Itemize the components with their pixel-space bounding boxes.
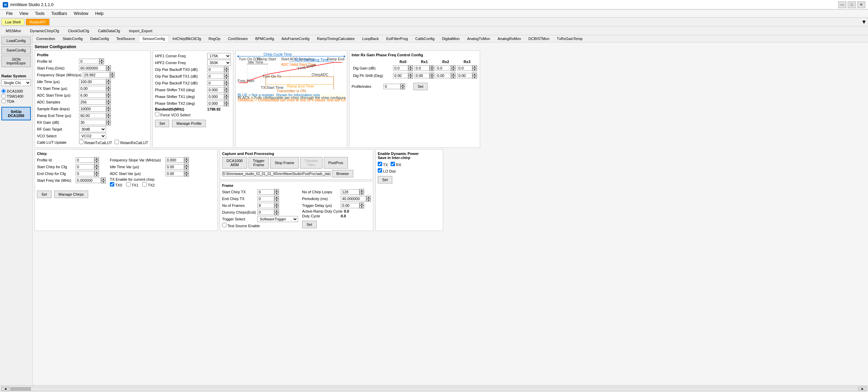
periodicity-up[interactable]: ▲ xyxy=(366,196,371,199)
idle-time-spin-down[interactable]: ▼ xyxy=(106,82,111,85)
tx2-checkbox[interactable] xyxy=(142,182,147,187)
end-chirp-tx-up[interactable]: ▲ xyxy=(274,196,279,199)
tab-advframeconfig[interactable]: AdvFrameConfig xyxy=(278,35,313,42)
end-chirp-cfg-down[interactable]: ▼ xyxy=(94,174,99,177)
start-freq-var-down[interactable]: ▼ xyxy=(101,180,106,183)
tx-start-time-input[interactable] xyxy=(79,86,106,91)
opwr-tx0-spin-up[interactable]: ▲ xyxy=(224,66,229,70)
dig-ph-rx1-up[interactable]: ▲ xyxy=(430,73,434,76)
profile-index-input[interactable] xyxy=(383,84,400,89)
hpf1-select[interactable]: 175K xyxy=(207,53,231,59)
adc-start-time-input[interactable] xyxy=(79,93,106,98)
tab-analogrxmon[interactable]: AnalogRxMon xyxy=(494,35,525,42)
force-vco-checkbox[interactable] xyxy=(155,112,159,116)
no-of-frames-input[interactable] xyxy=(257,203,274,208)
opwr-tx1-spin-up[interactable]: ▲ xyxy=(224,73,229,76)
idle-time-var-input[interactable] xyxy=(165,164,184,170)
sample-rate-spin-down[interactable]: ▼ xyxy=(106,109,111,112)
opwr-tx1-input[interactable] xyxy=(207,74,224,79)
dig-ph-rx1-input[interactable] xyxy=(414,73,430,78)
vco-select[interactable]: VCO2 xyxy=(79,133,106,139)
periodicity-input[interactable] xyxy=(341,196,366,201)
dig-ph-rx2-down[interactable]: ▼ xyxy=(451,76,456,79)
start-freq-spin-down[interactable]: ▼ xyxy=(106,68,111,71)
start-chirp-tx-down[interactable]: ▼ xyxy=(274,192,279,195)
start-chirp-cfg-up[interactable]: ▲ xyxy=(94,164,99,167)
browse-button[interactable]: Browse xyxy=(332,170,353,177)
menu-item-help[interactable]: Help xyxy=(92,11,107,17)
phase-tx1-input[interactable] xyxy=(207,94,224,99)
chirp-loops-down[interactable]: ▼ xyxy=(359,192,364,195)
tab-ramptiming[interactable]: RampTimingCalculator xyxy=(313,35,358,42)
tab-testsource[interactable]: TestSource xyxy=(113,35,139,42)
dig-gain-rx2-up[interactable]: ▲ xyxy=(451,65,456,68)
dig-gain-rx1-input[interactable] xyxy=(414,65,430,71)
close-button[interactable]: ✕ xyxy=(857,1,865,8)
end-chirp-cfg-input[interactable] xyxy=(76,171,94,176)
menu-item-tools[interactable]: Tools xyxy=(32,11,48,17)
opwr-tx2-input[interactable] xyxy=(207,80,224,86)
freq-slope-var-down[interactable]: ▼ xyxy=(184,160,189,163)
opwr-tx0-input[interactable] xyxy=(207,67,224,72)
tab-dcbistmon[interactable]: DCBISTMon xyxy=(525,35,553,42)
tab-txrxgaintemp[interactable]: TxRxGainTemp xyxy=(553,35,586,42)
dig-gain-rx1-down[interactable]: ▼ xyxy=(430,68,434,71)
frame-set-button[interactable]: Set xyxy=(302,221,317,228)
freq-slope-var-up[interactable]: ▲ xyxy=(184,157,189,160)
dummy-chirps-down[interactable]: ▼ xyxy=(274,212,279,215)
dummy-chirps-input[interactable] xyxy=(257,210,274,215)
dig-ph-rx3-down[interactable]: ▼ xyxy=(472,76,477,79)
menu-item-file[interactable]: File xyxy=(3,11,16,17)
retain-tx-cal-lut-checkbox[interactable] xyxy=(79,140,83,144)
phase-tx0-input[interactable] xyxy=(207,87,224,93)
tab-bpmconfig[interactable]: BPMConfig xyxy=(252,35,278,42)
radar-system-select[interactable]: Single Chi Multi Chip xyxy=(1,79,31,86)
freq-slope-spin-up[interactable]: ▲ xyxy=(110,72,115,75)
retain-rx-cal-lut-checkbox[interactable] xyxy=(115,140,119,144)
opwr-tx2-spin-down[interactable]: ▼ xyxy=(224,83,229,86)
rf-gain-target-select[interactable]: 30dB xyxy=(79,126,106,132)
start-freq-var-up[interactable]: ▲ xyxy=(101,177,106,180)
adc-start-var-input[interactable] xyxy=(165,171,184,176)
start-chirp-cfg-down[interactable]: ▼ xyxy=(94,167,99,170)
start-freq-input[interactable] xyxy=(79,65,106,71)
opwr-tx0-spin-down[interactable]: ▼ xyxy=(224,70,229,73)
adc-samples-spin-up[interactable]: ▲ xyxy=(106,99,111,102)
dig-gain-rx1-up[interactable]: ▲ xyxy=(430,65,434,68)
start-chirp-cfg-input[interactable] xyxy=(76,164,94,170)
end-chirp-tx-down[interactable]: ▼ xyxy=(274,199,279,202)
tab-connection[interactable]: Connection xyxy=(33,35,59,42)
start-freq-spin-up[interactable]: ▲ xyxy=(106,65,111,68)
profile-id-input[interactable] xyxy=(79,59,99,64)
rx-gain-input[interactable] xyxy=(79,120,106,125)
profile-id-spin-down[interactable]: ▼ xyxy=(99,61,104,64)
expand-icon[interactable]: ▼ xyxy=(861,19,867,25)
chirp-set-button[interactable]: Set xyxy=(37,191,52,198)
dig-gain-rx0-down[interactable]: ▼ xyxy=(408,68,413,71)
top-tab-mssmon[interactable]: MSSMon xyxy=(1,27,25,34)
profile-index-spin-up[interactable]: ▲ xyxy=(400,83,405,86)
scroll-track[interactable] xyxy=(10,387,858,391)
menu-item-toolbars[interactable]: ToolBars xyxy=(48,11,71,17)
top-tab-dynamicchirpcfg[interactable]: DynamicChirpCfg xyxy=(25,27,63,34)
freq-slope-spin-down[interactable]: ▼ xyxy=(110,75,115,78)
ramp-end-time-spin-down[interactable]: ▼ xyxy=(106,116,111,119)
dig-gain-rx3-up[interactable]: ▲ xyxy=(472,65,477,68)
dig-gain-rx0-input[interactable] xyxy=(393,65,408,71)
lua-shell-tab[interactable]: Lua Shell xyxy=(1,19,24,25)
trigger-delay-up[interactable]: ▲ xyxy=(359,202,364,205)
dig-gain-rx0-up[interactable]: ▲ xyxy=(408,65,413,68)
json-import-export-button[interactable]: JSON Import/Expor xyxy=(1,56,31,67)
trigger-delay-input[interactable] xyxy=(341,203,359,208)
dynamic-power-set-button[interactable]: Set xyxy=(378,176,392,183)
tab-intchirpblk[interactable]: IntChirpBlkCtlCfg xyxy=(169,35,205,42)
chirp-loops-up[interactable]: ▲ xyxy=(359,189,364,192)
top-tab-clockoutcfg[interactable]: ClockOutCfg xyxy=(63,27,93,34)
dig-gain-rx3-down[interactable]: ▼ xyxy=(472,68,477,71)
dig-ph-rx0-down[interactable]: ▼ xyxy=(408,76,413,79)
end-chirp-tx-input[interactable] xyxy=(257,196,274,201)
adc-start-time-spin-down[interactable]: ▼ xyxy=(106,95,111,98)
test-source-checkbox[interactable] xyxy=(222,223,226,227)
freq-slope-var-input[interactable] xyxy=(165,157,184,163)
freq-slope-input[interactable] xyxy=(83,72,110,78)
